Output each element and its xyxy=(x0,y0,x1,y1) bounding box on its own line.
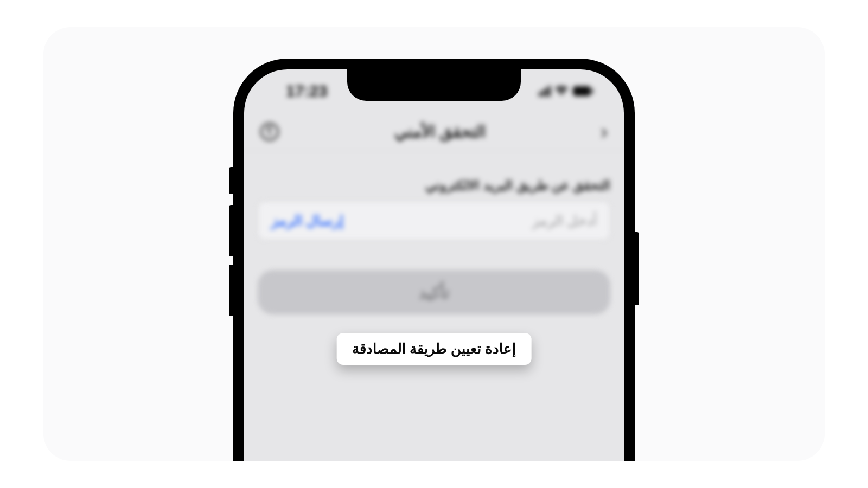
send-code-button[interactable]: إرسال الرمز xyxy=(271,213,343,229)
back-chevron-icon[interactable]: › xyxy=(601,121,608,142)
svg-rect-1 xyxy=(592,89,593,93)
battery-icon xyxy=(572,86,594,97)
blurred-background: 17:23 ؟ xyxy=(244,69,624,461)
cellular-icon xyxy=(539,86,551,97)
content-area: التحقق عن طريق البريد الالكتروني إرسال ا… xyxy=(244,162,624,331)
phone-side-button xyxy=(229,167,235,194)
nav-bar: ؟ التحقق الأمني › xyxy=(244,113,624,151)
status-time: 17:23 xyxy=(286,82,328,100)
phone-notch xyxy=(347,69,521,101)
phone-side-button xyxy=(229,205,235,256)
outer-card: 17:23 ؟ xyxy=(43,27,825,461)
email-verify-label: التحقق عن طريق البريد الالكتروني xyxy=(258,178,610,193)
phone-side-button xyxy=(633,232,639,305)
wifi-icon xyxy=(554,86,569,97)
page-title: التحقق الأمني xyxy=(394,122,486,141)
confirm-button[interactable]: تأكيد xyxy=(258,270,610,314)
code-input[interactable]: أدخل الرمز xyxy=(532,213,597,229)
svg-rect-0 xyxy=(573,86,591,96)
phone-side-button xyxy=(229,265,235,316)
status-icons xyxy=(539,86,594,97)
code-input-row: إرسال الرمز أدخل الرمز xyxy=(258,201,610,240)
phone-frame: 17:23 ؟ xyxy=(233,59,635,461)
phone-screen: 17:23 ؟ xyxy=(244,69,624,461)
help-icon[interactable]: ؟ xyxy=(260,123,279,141)
reset-auth-button[interactable]: إعادة تعيين طريقة المصادقة xyxy=(337,333,532,365)
